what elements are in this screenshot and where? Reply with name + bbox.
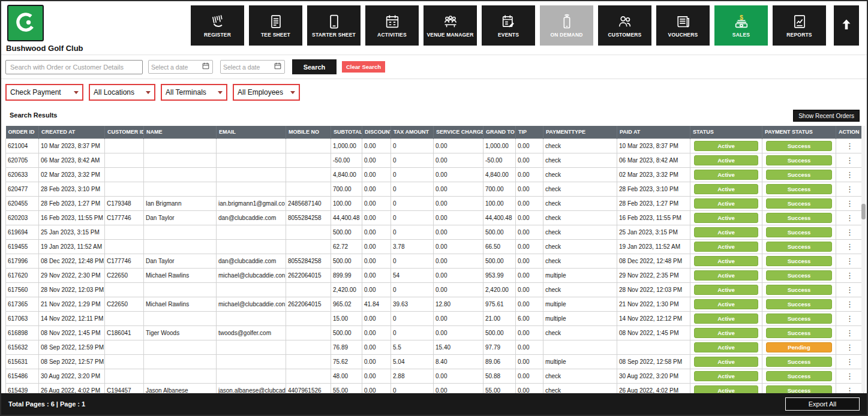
column-header: ACTION	[836, 126, 864, 138]
row-action-menu-icon[interactable]: ⋮	[846, 372, 854, 381]
row-action-menu-icon[interactable]: ⋮	[846, 271, 854, 280]
cell-payment-type: check	[543, 325, 617, 340]
row-action-menu-icon[interactable]: ⋮	[846, 357, 854, 366]
cell-payment-status: Success	[762, 282, 836, 297]
cell-paid-at: 02 Mar 2023, 3:32 PM	[617, 167, 690, 182]
row-action-menu-icon[interactable]: ⋮	[846, 328, 854, 337]
cell-customer-id	[105, 239, 144, 254]
column-header: NAME	[144, 126, 217, 138]
row-action-menu-icon[interactable]: ⋮	[846, 343, 854, 352]
row-action-menu-icon[interactable]: ⋮	[846, 213, 854, 222]
cell-tax-amount: 0	[391, 182, 434, 196]
show-recent-orders-button[interactable]: Show Recent Orders	[793, 110, 860, 122]
cell-mobile-no	[286, 282, 331, 297]
cell-service-charge: 0.00	[434, 282, 483, 297]
cell-mobile-no	[286, 225, 331, 239]
row-action-menu-icon[interactable]: ⋮	[846, 199, 854, 208]
payment-status-badge: Success	[766, 198, 831, 209]
table-row: 61563108 Sep 2022, 12:57 PM75.620.005.04…	[6, 354, 864, 369]
cell-discount: 0.00	[362, 210, 391, 225]
cell-subtotal: -50.00	[331, 153, 362, 167]
cell-status: Active	[690, 297, 762, 311]
svg-text:$: $	[740, 14, 743, 21]
row-action-menu-icon[interactable]: ⋮	[846, 242, 854, 251]
date-from-field[interactable]: Select a date	[148, 60, 213, 74]
cell-customer-id: C177746	[105, 210, 144, 225]
top-header: Bushwood Golf Club REGISTER	[1, 1, 867, 55]
search-button[interactable]: Search	[292, 59, 337, 74]
row-action-menu-icon[interactable]: ⋮	[846, 156, 854, 165]
cell-payment-type: check	[543, 196, 617, 210]
nav-starter-sheet-button[interactable]: STARTER SHEET	[307, 5, 361, 46]
status-badge: Active	[694, 285, 758, 295]
cell-email	[217, 239, 286, 254]
row-action-menu-icon[interactable]: ⋮	[846, 285, 854, 294]
row-action-menu-icon[interactable]: ⋮	[846, 314, 854, 323]
cell-action: ⋮	[836, 254, 864, 268]
cell-customer-id	[105, 182, 144, 196]
cell-action: ⋮	[836, 182, 864, 196]
status-badge: Active	[694, 213, 758, 223]
cell-grand-total: 50.88	[483, 369, 516, 383]
cell-action: ⋮	[836, 340, 864, 354]
club-logo[interactable]	[7, 5, 44, 41]
row-action-menu-icon[interactable]: ⋮	[846, 170, 854, 179]
payment-status-badge: Success	[766, 270, 831, 281]
employee-dropdown[interactable]: All Employees	[233, 84, 300, 101]
vertical-scrollbar[interactable]	[861, 126, 866, 392]
cell-tax-amount: 39.63	[391, 297, 434, 311]
payment-status-badge: Success	[766, 256, 831, 266]
scroll-top-button[interactable]	[834, 5, 859, 46]
row-action-menu-icon[interactable]: ⋮	[846, 141, 854, 150]
date-to-field[interactable]: Select a date	[220, 60, 285, 74]
nav-register-button[interactable]: REGISTER	[191, 5, 244, 46]
column-header: DISCOUNT	[362, 126, 391, 138]
nav-reports-button[interactable]: REPORTS	[773, 5, 826, 46]
terminal-dropdown[interactable]: All Terminals	[161, 84, 227, 101]
nav-venue-manager-button[interactable]: VENUE MANAGER	[424, 5, 477, 46]
cell-email	[217, 182, 286, 196]
payment-type-dropdown[interactable]: Check Payment	[5, 84, 83, 101]
cell-payment-status: Pending	[762, 340, 836, 354]
cell-subtotal: 44,400.48	[331, 210, 362, 225]
nav-events-button[interactable]: EVENTS	[482, 5, 535, 46]
cell-subtotal: 15.00	[331, 311, 362, 325]
cell-email	[217, 311, 286, 325]
cell-customer-id	[105, 369, 144, 383]
nav-label: EVENTS	[498, 32, 519, 38]
order-search-input[interactable]	[5, 60, 143, 74]
cell-order-id: 616898	[6, 325, 39, 340]
cell-status: Active	[690, 325, 762, 340]
cell-subtotal: 48.00	[331, 369, 362, 383]
cell-payment-type: check	[543, 254, 617, 268]
payment-status-badge: Success	[766, 313, 831, 324]
row-action-menu-icon[interactable]: ⋮	[846, 185, 854, 194]
cell-payment-type: check	[543, 210, 617, 225]
location-dropdown[interactable]: All Locations	[89, 84, 155, 101]
nav-activities-button[interactable]: ACTIVITIES	[365, 5, 419, 46]
column-header: SERVICE CHARGE	[434, 126, 483, 138]
cell-name: Dan Taylor	[144, 210, 217, 225]
scrollbar-thumb[interactable]	[861, 204, 866, 219]
status-badge: Active	[694, 299, 758, 309]
nav-customers-button[interactable]: CUSTOMERS	[598, 5, 651, 46]
nav-vouchers-button[interactable]: VOUCHERS	[656, 5, 710, 46]
cell-mobile-no: 2485687140	[286, 196, 331, 210]
cell-name	[144, 167, 217, 182]
employee-value: All Employees	[238, 88, 283, 97]
cell-name	[144, 354, 217, 369]
cell-paid-at: 19 Jan 2023, 11:52 AM	[617, 239, 690, 254]
cell-tip: 0.00	[516, 254, 543, 268]
clear-search-button[interactable]: Clear Search	[342, 61, 385, 73]
nav-tee-sheet-button[interactable]: TEE SHEET	[249, 5, 302, 46]
export-all-button[interactable]: Export All	[785, 397, 860, 411]
row-action-menu-icon[interactable]: ⋮	[846, 300, 854, 309]
results-title: Search Results	[10, 111, 57, 119]
cell-subtotal: 4,840.00	[331, 167, 362, 182]
row-action-menu-icon[interactable]: ⋮	[846, 257, 854, 266]
nav-sales-button[interactable]: $ SALES	[714, 5, 768, 46]
cell-status: Active	[690, 268, 762, 282]
table-row: 62047728 Feb 2023, 3:10 PM700.000.0000.0…	[6, 182, 864, 196]
cell-grand-total: 100.00	[483, 196, 516, 210]
row-action-menu-icon[interactable]: ⋮	[846, 228, 854, 237]
